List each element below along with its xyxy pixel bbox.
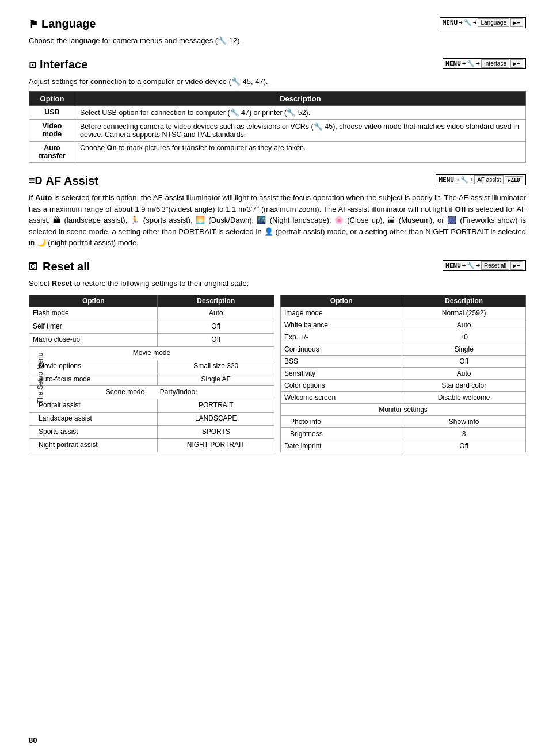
- menu-settings-icon2: 🔧: [467, 60, 475, 67]
- image-mode-desc: Normal (2592): [402, 307, 526, 319]
- af-assist-title: ≡D AF Assist: [29, 174, 98, 188]
- macro-closeup-desc: Off: [158, 333, 274, 346]
- night-portrait-desc: NIGHT PORTRAIT: [158, 439, 274, 452]
- sports-assist-desc: SPORTS: [158, 426, 274, 439]
- photo-info-desc: Show info: [402, 416, 526, 428]
- page-number: 80: [29, 736, 37, 744]
- sensitivity-desc: Auto: [402, 368, 526, 380]
- af-assist-icon: ≡D: [29, 175, 43, 187]
- scene-mode-option: Scene mode Party/Indoor: [29, 386, 274, 399]
- interface-body: Adjust settings for connection to a comp…: [29, 76, 526, 87]
- auto-transfer-option: Autotransfer: [29, 142, 75, 163]
- reset-dest: Reset all: [481, 261, 509, 270]
- bss-option: BSS: [281, 356, 402, 368]
- portrait-assist-option: Portrait assist: [29, 399, 158, 413]
- menu-word3: MENU: [439, 176, 454, 184]
- menu-settings-icon4: 🔧: [467, 262, 475, 269]
- table-row: Night portrait assist NIGHT PORTRAIT: [29, 439, 274, 452]
- reset-menu-path: MENU ➜ 🔧 ➜ Reset all ▶—: [443, 260, 526, 271]
- movie-options-desc: Small size 320: [158, 360, 274, 373]
- reset-tables: Option Description Flash mode Auto Self …: [29, 295, 526, 452]
- monitor-settings-option: Monitor settings: [281, 404, 526, 416]
- table-row: Date imprint Off: [281, 440, 526, 452]
- table-row: Macro close-up Off: [29, 333, 274, 346]
- menu-word2: MENU: [445, 60, 461, 67]
- interface-title: ⊡ Interface: [29, 58, 87, 71]
- movie-options-option: Movie options: [29, 360, 158, 373]
- self-timer-option: Self timer: [29, 320, 158, 333]
- table-row: Continuous Single: [281, 343, 526, 356]
- brightness-desc: 3: [402, 428, 526, 440]
- video-mode-desc: Before connecting camera to video device…: [75, 120, 526, 142]
- auto-focus-option: Auto-focus mode: [29, 373, 158, 386]
- table-row: Landscape assist LANDSCAPE: [29, 413, 274, 426]
- language-title-text: Language: [41, 17, 96, 30]
- auto-focus-desc: Single AF: [158, 373, 274, 386]
- table-row: Photo info Show info: [281, 416, 526, 428]
- menu-arrow8: ➜: [476, 262, 480, 269]
- af-assist-body: If Auto is selected for this option, the…: [29, 192, 526, 249]
- color-options-desc: Standard color: [402, 380, 526, 392]
- table-row: Videomode Before connecting camera to vi…: [29, 120, 526, 142]
- menu-arrow6: ➜: [470, 176, 474, 184]
- table-row: USB Select USB option for connection to …: [29, 106, 526, 120]
- reset-icon: C: [29, 262, 37, 270]
- table-row: Portrait assist PORTRAIT: [29, 399, 274, 413]
- reset-all-title: C Reset all: [29, 260, 90, 273]
- menu-arrow1: ➜: [459, 19, 463, 26]
- language-section: ⚑ Language MENU ➜ 🔧 ➜ Language ▶— Choose…: [29, 17, 526, 47]
- reset-right-col-option: Option: [281, 295, 402, 307]
- usb-option: USB: [29, 106, 75, 120]
- menu-arrow4: ➜: [476, 60, 480, 67]
- reset-all-title-text: Reset all: [43, 260, 90, 273]
- reset-end: ▶—: [510, 261, 523, 270]
- continuous-option: Continuous: [281, 343, 402, 356]
- language-dest: Language: [478, 18, 509, 27]
- interface-title-text: Interface: [40, 58, 87, 71]
- flash-mode-option: Flash mode: [29, 307, 158, 320]
- macro-closeup-option: Macro close-up: [29, 333, 158, 346]
- reset-intro: Select Reset to restore the following se…: [29, 278, 526, 289]
- brightness-option: Brightness: [281, 428, 402, 440]
- interface-section: ⊡ Interface MENU ➜ 🔧 ➜ Interface ▶— Adju…: [29, 58, 526, 163]
- exp-option: Exp. +/-: [281, 331, 402, 343]
- flash-mode-desc: Auto: [158, 307, 274, 320]
- interface-end: ▶—: [510, 59, 523, 68]
- table-row: Sensitivity Auto: [281, 368, 526, 380]
- reset-left-col-option: Option: [29, 295, 158, 307]
- interface-menu-path: MENU ➜ 🔧 ➜ Interface ▶—: [443, 58, 526, 69]
- table-row: Color options Standard color: [281, 380, 526, 392]
- table-row: Monitor settings: [281, 404, 526, 416]
- language-end: ▶—: [510, 18, 523, 27]
- table-row: Sports assist SPORTS: [29, 426, 274, 439]
- af-assist-title-text: AF Assist: [46, 174, 99, 188]
- language-menu-path: MENU ➜ 🔧 ➜ Language ▶—: [440, 17, 526, 28]
- af-assist-menu-path: MENU ➜ 🔧 ➜ AF assist ▶ΔED: [436, 174, 526, 185]
- menu-arrow3: ➜: [462, 60, 466, 67]
- table-row: Flash mode Auto: [29, 307, 274, 320]
- landscape-assist-desc: LANDSCAPE: [158, 413, 274, 426]
- menu-settings-icon: 🔧: [464, 19, 472, 26]
- date-imprint-desc: Off: [402, 440, 526, 452]
- sidebar-label: The Setup Menu: [36, 338, 44, 418]
- interface-col-desc: Description: [75, 92, 526, 106]
- reset-right-col-desc: Description: [402, 295, 526, 307]
- language-title: ⚑ Language: [29, 17, 96, 30]
- table-row: White balance Auto: [281, 319, 526, 331]
- table-row: Scene mode Party/Indoor: [29, 386, 274, 399]
- table-row: Exp. +/- ±0: [281, 331, 526, 343]
- white-balance-option: White balance: [281, 319, 402, 331]
- af-assist-dest: AF assist: [474, 175, 504, 184]
- language-icon: ⚑: [29, 18, 38, 30]
- reset-right-table: Option Description Image mode Normal (25…: [280, 295, 526, 452]
- bss-desc: Off: [402, 356, 526, 368]
- table-row: BSS Off: [281, 356, 526, 368]
- interface-dest: Interface: [481, 59, 509, 68]
- reset-left-col-desc: Description: [158, 295, 274, 307]
- portrait-assist-desc: PORTRAIT: [158, 399, 274, 413]
- landscape-assist-option: Landscape assist: [29, 413, 158, 426]
- image-mode-option: Image mode: [281, 307, 402, 319]
- night-portrait-option: Night portrait assist: [29, 439, 158, 452]
- table-row: Brightness 3: [281, 428, 526, 440]
- table-row: Image mode Normal (2592): [281, 307, 526, 319]
